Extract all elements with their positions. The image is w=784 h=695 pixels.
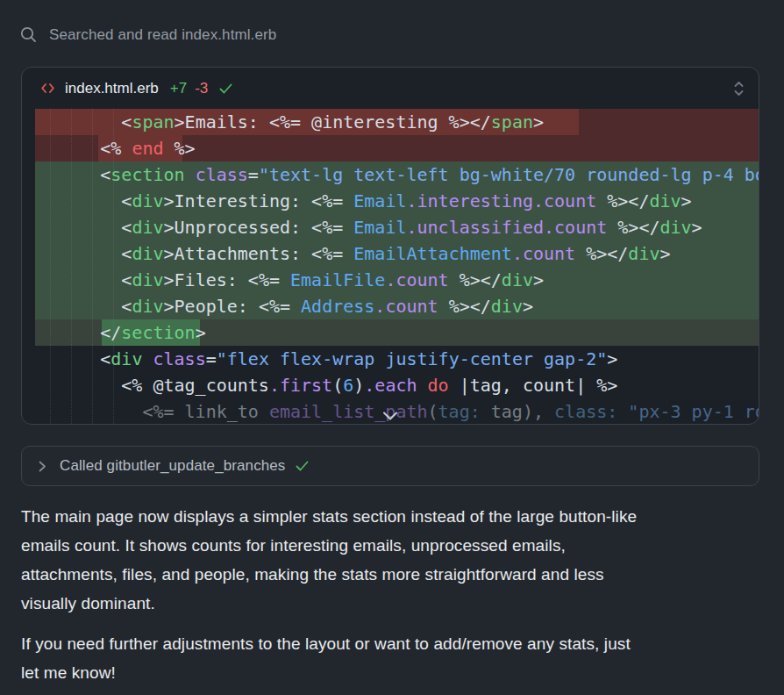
chevron-down-icon[interactable]: [381, 411, 399, 421]
chevron-right-icon: [36, 460, 48, 473]
tool-call-label: Called gitbutler_update_branches: [60, 457, 285, 475]
diff-deletions-count: -3: [195, 80, 208, 97]
tool-status-text: Searched and read index.html.erb: [49, 26, 276, 44]
code-line: <div>Unprocessed: <%= Email.unclassified…: [35, 214, 759, 240]
code-line: <% end %>: [35, 135, 759, 161]
chat-transcript: Searched and read index.html.erb index.h…: [0, 0, 784, 695]
code-line: <div>Files: <%= EmailFile.count %></div>: [35, 267, 759, 293]
up-down-chevron-icon[interactable]: [732, 80, 745, 97]
tool-status-row[interactable]: Searched and read index.html.erb: [19, 25, 763, 44]
tool-call-row[interactable]: Called gitbutler_update_branches: [21, 446, 759, 486]
message-paragraph: The main page now displays a simpler sta…: [21, 502, 766, 618]
code-diff-panel: index.html.erb +7 -3 <span>Emails: <%= @…: [21, 67, 759, 425]
check-icon: [218, 82, 233, 96]
code-line: <% @tag_counts.first(6).each do |tag, co…: [35, 372, 759, 398]
code-area: <span>Emails: <%= @interesting %></span>…: [22, 109, 759, 424]
code-diff-header[interactable]: index.html.erb +7 -3: [22, 68, 759, 109]
message-paragraph: If you need further adjustments to the l…: [21, 629, 766, 687]
code-line: <span>Emails: <%= @interesting %></span>: [35, 109, 759, 135]
code-line: <div>Attachments: <%= EmailAttachment.co…: [35, 240, 759, 267]
code-line: <section class="text-lg text-left bg-whi…: [35, 161, 759, 188]
search-icon: [19, 25, 38, 44]
check-icon: [295, 459, 310, 473]
code-line: <div>People: <%= Address.count %></div>: [35, 293, 759, 319]
code-icon: [40, 82, 55, 95]
code-line: </section>: [35, 319, 759, 346]
assistant-message: The main page now displays a simpler sta…: [21, 502, 766, 695]
diff-additions-count: +7: [170, 80, 187, 97]
code-line: <div class="flex flex-wrap justify-cente…: [35, 346, 759, 372]
diff-filename: index.html.erb: [65, 80, 159, 97]
code-line: <div>Interesting: <%= Email.interesting.…: [35, 188, 759, 214]
